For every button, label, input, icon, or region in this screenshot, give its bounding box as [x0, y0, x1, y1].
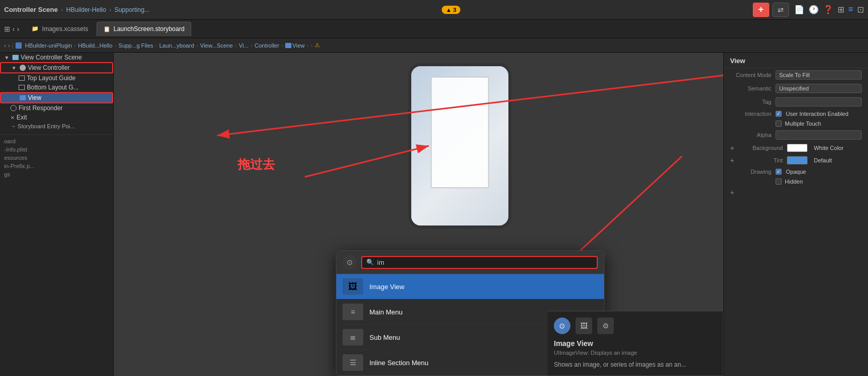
- nav-grid-icon[interactable]: ⊞: [4, 25, 10, 33]
- tree-item-scene[interactable]: ▼ View Controller Scene: [0, 53, 113, 62]
- tree-item-responder[interactable]: First Responder: [0, 103, 113, 113]
- grid-icon[interactable]: ⊞: [838, 5, 844, 14]
- bc-nav-fwd[interactable]: ›: [8, 42, 10, 49]
- obj-lib-header: ⊙ 🔍: [336, 251, 604, 274]
- obj-detail-tabs: ⊙ 🖼 ⚙: [554, 318, 717, 334]
- value-content-mode[interactable]: Scale To Fill: [776, 70, 862, 80]
- vc-icon: [20, 65, 26, 71]
- submenu-icon: ≣: [343, 329, 363, 345]
- file-icon[interactable]: 📄: [794, 5, 804, 14]
- plus-tint[interactable]: +: [730, 156, 734, 164]
- obj-lib-filter-icon[interactable]: ⊙: [343, 255, 357, 269]
- obj-lib-item-imageview[interactable]: 🖼 Image View: [336, 274, 604, 299]
- value-semantic[interactable]: Unspecified: [776, 84, 862, 93]
- value-multiple-touch: Multiple Touch: [785, 121, 821, 127]
- bc-item-3[interactable]: Supp...g Files: [118, 42, 153, 49]
- tree-item-bottomlayout[interactable]: Bottom Layout G...: [0, 83, 113, 92]
- device-mockup: [408, 63, 512, 229]
- lines-icon[interactable]: ≡: [848, 5, 853, 14]
- tab-images-xcassets[interactable]: 📁 Images.xcassets: [25, 22, 94, 36]
- bc-item-1[interactable]: HBuilder-uniPlugin: [25, 42, 72, 49]
- value-opaque: Opaque: [786, 169, 806, 175]
- search-icon: 🔍: [366, 259, 374, 266]
- tree-item-viewcontroller[interactable]: ▼ View Controller: [0, 62, 113, 73]
- bc-item-4[interactable]: Laun...yboard: [159, 42, 194, 49]
- cb-multiple-touch[interactable]: [776, 121, 782, 127]
- obj-detail-subtitle: UIImageView: Displays an image: [554, 350, 717, 356]
- tree-item-exit[interactable]: ✕ Exit: [0, 113, 113, 122]
- tint-color-swatch[interactable]: [787, 156, 808, 164]
- row-hidden: Hidden: [724, 177, 868, 186]
- help-icon[interactable]: ❓: [823, 5, 833, 14]
- drag-annotation: 拖过去: [238, 156, 275, 173]
- tree-item-storyboard-entry[interactable]: → Storyboard Entry Poi...: [0, 122, 113, 130]
- bc-item-8[interactable]: View: [292, 42, 305, 49]
- add-button[interactable]: +: [753, 3, 769, 17]
- obj-detail-title: Image View: [554, 339, 717, 348]
- folder-icon-scene: [12, 55, 19, 60]
- tab-bar: ⊞ ‹ › 📁 Images.xcassets 📋 LaunchScreen.s…: [0, 20, 868, 38]
- nav-forward-icon[interactable]: ›: [17, 25, 20, 33]
- prop-interaction: Interaction User Interaction Enabled: [724, 109, 868, 119]
- prop-background: + Background White Color: [724, 142, 868, 154]
- label-background: Background: [741, 145, 783, 151]
- obj-lib-search-input[interactable]: [377, 259, 593, 266]
- prop-tag: Tag: [724, 95, 868, 109]
- imageview-icon: 🖼: [343, 278, 363, 295]
- bc-nav-back[interactable]: ‹: [4, 42, 6, 49]
- inlinemenu-icon: ☰: [343, 354, 363, 371]
- prop-alpha: Alpha: [724, 128, 868, 142]
- bc-item-2[interactable]: HBuild...Hello: [78, 42, 113, 49]
- file-item-resources[interactable]: esources: [0, 154, 113, 162]
- prop-semantic: Semantic Unspecified: [724, 82, 868, 95]
- expand-arrow-vc: ▼: [11, 65, 17, 71]
- obj-lib-search-box[interactable]: 🔍: [361, 256, 598, 269]
- plus-background[interactable]: +: [730, 144, 734, 152]
- warning-badge: ▲ 3: [442, 6, 460, 14]
- swap-button[interactable]: ⇄: [772, 3, 789, 17]
- value-user-interaction: User Interaction Enabled: [786, 111, 848, 117]
- obj-detail-tab-image[interactable]: 🖼: [576, 318, 592, 334]
- expand-arrow-scene: ▼: [4, 55, 9, 61]
- breadcrumb-bar: ‹ › | HBuilder-uniPlugin › HBuild...Hell…: [0, 38, 868, 53]
- obj-detail-panel: ⊙ 🖼 ⚙ Image View UIImageView: Displays a…: [548, 311, 723, 376]
- bc-warning-icon: ⚠: [315, 42, 320, 49]
- tree-item-toplayout[interactable]: Top Layout Guide: [0, 73, 113, 83]
- layout-icon[interactable]: ⊡: [857, 5, 864, 14]
- tab-launchscreen[interactable]: 📋 LaunchScreen.storyboard: [97, 22, 191, 36]
- left-sidebar: ▼ View Controller Scene ▼ View Controlle…: [0, 53, 114, 376]
- tab-icon-2: 📋: [103, 26, 111, 33]
- label-interaction: Interaction: [730, 111, 771, 117]
- file-item-plist[interactable]: -Info.plist: [0, 145, 113, 154]
- value-tag[interactable]: [776, 97, 862, 107]
- right-panel-title: View: [724, 53, 868, 68]
- label-tint: Tint: [741, 157, 783, 163]
- tab-icon-1: 📁: [32, 25, 39, 32]
- nav-back-icon[interactable]: ‹: [12, 25, 15, 33]
- bc-item-5[interactable]: View...Scene: [200, 42, 233, 49]
- breadcrumb-2[interactable]: Supporting...: [114, 6, 149, 13]
- file-item-board[interactable]: oard: [0, 137, 113, 145]
- bg-color-swatch[interactable]: [787, 144, 808, 152]
- obj-detail-desc: Shows an image, or series of images as a…: [554, 360, 717, 369]
- cb-opaque[interactable]: [776, 169, 782, 175]
- prop-tint: + Tint Default: [724, 154, 868, 167]
- plus-bottom[interactable]: +: [730, 188, 734, 197]
- obj-detail-tab-gear[interactable]: ⚙: [597, 318, 614, 334]
- label-drawing: Drawing: [730, 169, 771, 175]
- obj-detail-tab-circle[interactable]: ⊙: [554, 318, 570, 334]
- file-item-gs[interactable]: gs: [0, 170, 113, 178]
- cb-user-interaction[interactable]: [776, 111, 782, 117]
- bc-item-6[interactable]: Vi...: [239, 42, 249, 49]
- window-title: Controller Scene: [4, 6, 58, 13]
- right-panel: View Content Mode Scale To Fill Semantic…: [723, 53, 868, 376]
- bc-item-7[interactable]: Controller: [255, 42, 280, 49]
- value-alpha[interactable]: [776, 130, 862, 140]
- cb-hidden[interactable]: [776, 178, 782, 185]
- breadcrumb-1[interactable]: HBuilder-Hello: [66, 6, 106, 13]
- row-multiple-touch: Multiple Touch: [724, 119, 868, 128]
- tree-item-view[interactable]: View: [0, 92, 113, 103]
- file-item-prefix[interactable]: in-Prefix.p...: [0, 162, 113, 170]
- main-layout: ▼ View Controller Scene ▼ View Controlle…: [0, 53, 868, 376]
- clock-icon[interactable]: 🕐: [809, 5, 819, 14]
